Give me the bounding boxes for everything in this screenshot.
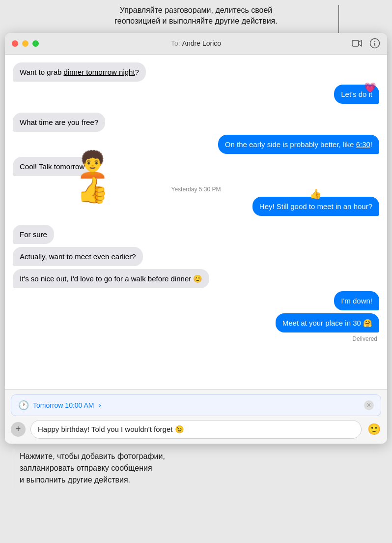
input-text: Happy birthday! Told you I wouldn't forg… <box>38 425 184 434</box>
message-bubble: What time are you free? <box>13 113 105 132</box>
message-input[interactable]: Happy birthday! Told you I wouldn't forg… <box>30 420 362 439</box>
annotation-bottom-text: Нажмите, чтобы добавить фотографии, запл… <box>20 452 165 484</box>
timestamp: Yesterday 5:30 PM <box>13 186 379 193</box>
chat-area: Want to grab dinner tomorrow night? 💗 Le… <box>5 55 387 389</box>
svg-rect-0 <box>352 40 359 46</box>
emoji-icon: 🙂 <box>367 423 381 436</box>
to-label: To: <box>171 39 180 47</box>
message-text: For sure <box>20 230 47 239</box>
input-area: 🕐 Tomorrow 10:00 AM › × + Happy birthday… <box>5 389 387 444</box>
message-bubble: For sure <box>13 225 54 244</box>
scheduled-banner[interactable]: 🕐 Tomorrow 10:00 AM › × <box>11 394 381 416</box>
maximize-button[interactable] <box>32 40 39 47</box>
video-call-button[interactable] <box>352 38 363 49</box>
thumb-reaction: 👍 <box>309 187 322 201</box>
message-bubble: Meet at your place in 30 🤗 <box>276 313 379 332</box>
message-text: Actually, want to meet even earlier? <box>20 252 136 261</box>
titlebar-icons <box>352 38 380 49</box>
message-text: Hey! Still good to meet in an hour? <box>259 202 372 211</box>
message-bubble: Want to grab dinner tomorrow night? <box>13 62 146 82</box>
timestamp-text: Yesterday 5:30 PM <box>171 186 221 193</box>
traffic-lights <box>12 40 39 47</box>
message-text: On the early side is probably better, li… <box>225 140 372 149</box>
scheduled-info: 🕐 Tomorrow 10:00 AM › <box>18 400 101 411</box>
heart-reaction: 💗 <box>364 81 376 94</box>
annotation-bottom-line <box>14 449 14 488</box>
message-text: What time are you free? <box>20 118 98 126</box>
message-bubble: Cool! Talk tomorrow 🧑‍🦱👍 <box>13 157 91 176</box>
message-row: Actually, want to meet even earlier? <box>13 247 379 266</box>
message-row: 💗 Let's do it <box>13 85 379 104</box>
annotation-bottom: Нажмите, чтобы добавить фотографии, запл… <box>0 444 392 493</box>
scheduled-label: Tomorrow 10:00 AM <box>33 401 94 409</box>
message-row: It's so nice out, I'd love to go for a w… <box>13 269 379 288</box>
contact-name: Andre Lorico <box>182 39 221 47</box>
message-bubble: 💗 Let's do it <box>334 85 379 104</box>
messages-window: To: Andre Lorico Want to <box>5 33 387 444</box>
add-button[interactable]: + <box>11 422 26 437</box>
close-button[interactable] <box>12 40 18 47</box>
message-text: It's so nice out, I'd love to go for a w… <box>20 274 202 283</box>
scheduled-close-button[interactable]: × <box>364 400 374 410</box>
message-text: Want to grab dinner tomorrow night? <box>20 68 139 76</box>
annotation-top-text: Управляйте разговорами, делитесь своей г… <box>114 6 277 25</box>
message-row: What time are you free? <box>13 113 379 132</box>
svg-point-2 <box>374 41 375 42</box>
message-row: I'm down! <box>13 291 379 310</box>
emoji-button[interactable]: 🙂 <box>366 422 381 437</box>
message-row: Meet at your place in 30 🤗 <box>13 313 379 332</box>
delivered-status: Delivered <box>13 335 379 342</box>
message-bubble: I'm down! <box>334 291 379 310</box>
message-bubble: 👍 Hey! Still good to meet in an hour? <box>252 197 379 216</box>
titlebar-center: To: Andre Lorico <box>171 39 221 47</box>
message-row: Cool! Talk tomorrow 🧑‍🦱👍 <box>13 157 379 176</box>
annotation-top-line <box>338 5 339 34</box>
message-text: Meet at your place in 30 🤗 <box>282 319 372 327</box>
titlebar: To: Andre Lorico <box>5 33 387 55</box>
minimize-button[interactable] <box>22 40 28 47</box>
message-bubble: Actually, want to meet even earlier? <box>13 247 143 266</box>
message-bubble: On the early side is probably better, li… <box>218 135 379 154</box>
annotation-top: Управляйте разговорами, делитесь своей г… <box>0 0 392 33</box>
message-text: Cool! Talk tomorrow <box>20 162 84 171</box>
plus-icon: + <box>16 424 21 434</box>
input-row: + Happy birthday! Told you I wouldn't fo… <box>11 420 381 439</box>
svg-rect-3 <box>374 43 375 46</box>
message-row: 👍 Hey! Still good to meet in an hour? <box>13 197 379 216</box>
clock-icon: 🕐 <box>18 400 29 411</box>
chevron-right-icon: › <box>99 402 101 409</box>
info-button[interactable] <box>369 38 380 49</box>
message-row: For sure <box>13 225 379 244</box>
message-row: Want to grab dinner tomorrow night? <box>13 62 379 82</box>
message-row: On the early side is probably better, li… <box>13 135 379 154</box>
message-bubble: It's so nice out, I'd love to go for a w… <box>13 269 209 288</box>
message-text: I'm down! <box>341 297 372 305</box>
memoji-sticker: 🧑‍🦱👍 <box>77 151 106 181</box>
